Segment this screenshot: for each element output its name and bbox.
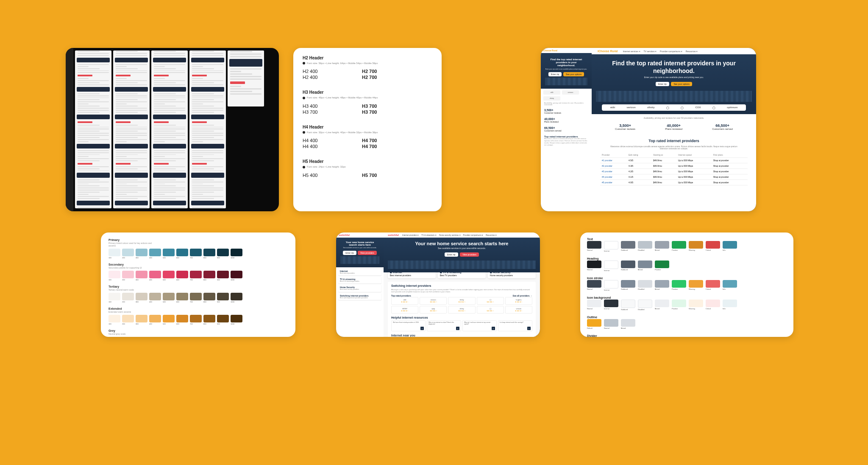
swatch[interactable]: 1000 (231, 315, 242, 325)
zip-input[interactable]: Enter zip (656, 82, 669, 86)
swatch[interactable]: 200 (122, 293, 134, 303)
category-card-mini[interactable]: InternetBest internet providers (338, 269, 381, 275)
swatch[interactable]: 700 (190, 271, 202, 281)
token-swatch[interactable]: Warning (689, 280, 703, 291)
token-swatch[interactable]: Inverse (604, 280, 618, 291)
provider-card[interactable]: ziply★★★★☆ (420, 306, 447, 314)
token-swatch[interactable]: Warning (689, 241, 703, 252)
swatch[interactable]: 600 (176, 315, 188, 325)
token-swatch[interactable]: Subdued (621, 300, 635, 311)
swatch[interactable]: 300 (136, 315, 147, 325)
swatch[interactable]: 300 (136, 293, 147, 303)
provider-card[interactable]: verizon★★★★☆ (420, 297, 447, 305)
resource-card[interactable]: Why is my internet so slow? Here's the d… (427, 320, 461, 331)
token-swatch[interactable]: Critical (706, 300, 720, 311)
swatch[interactable]: 200 (122, 271, 134, 281)
token-swatch[interactable]: Neutral (587, 261, 601, 272)
token-swatch[interactable]: Positive (672, 300, 686, 311)
token-swatch[interactable]: Muted (638, 261, 652, 272)
swatch[interactable]: 100 (108, 249, 120, 259)
token-swatch[interactable]: Muted (655, 280, 669, 291)
token-swatch[interactable]: Muted (621, 319, 635, 329)
swatch[interactable]: 600 (176, 249, 188, 259)
token-swatch[interactable]: Subdued (621, 241, 635, 252)
swatch[interactable]: 100 (108, 271, 120, 281)
swatch[interactable]: 300 (136, 271, 147, 281)
token-swatch[interactable]: Neutral (604, 319, 618, 329)
token-swatch[interactable]: Critical (706, 280, 720, 291)
resource-card[interactable]: Why do I not have internet at my current… (462, 320, 497, 331)
table-row[interactable]: #1 provider4.5/5$49.9/moUp to 500 MbpsSh… (600, 158, 748, 163)
swatch[interactable]: 700 (190, 249, 202, 259)
token-swatch[interactable]: Subdued (621, 280, 635, 291)
token-swatch[interactable]: Disabled (638, 280, 652, 291)
provider-card[interactable]: hughes★★★★☆ (505, 297, 532, 305)
swatch[interactable]: 400 (149, 315, 161, 325)
token-swatch[interactable]: Neutral (587, 300, 601, 311)
token-swatch[interactable]: Positive (672, 241, 686, 252)
swatch[interactable]: 400 (149, 271, 161, 281)
token-swatch[interactable]: Disabled (638, 241, 652, 252)
swatch[interactable]: 800 (203, 315, 215, 325)
token-swatch[interactable]: Info (723, 241, 737, 252)
swatch[interactable]: 800 (203, 271, 215, 281)
category-card-mini[interactable]: TV & streamingBest tv & streaming provid… (338, 277, 381, 283)
category-card-mini[interactable]: Switching internet providersBest switchi… (338, 293, 381, 300)
table-row[interactable]: #4 provider4.1/5$49.9/moUp to 500 MbpsSh… (600, 174, 748, 180)
category-card-mini[interactable]: Home SecurityBest home security provider… (338, 285, 381, 291)
provider-card[interactable]: xfinity★★★★☆ (448, 297, 475, 305)
token-swatch[interactable]: Inverse (604, 300, 618, 311)
cta-button-mini[interactable]: See your options (563, 72, 584, 76)
token-swatch[interactable]: Default (587, 319, 601, 329)
swatch[interactable]: 1000 (231, 293, 242, 303)
token-swatch[interactable]: Neutral (587, 241, 601, 252)
swatch[interactable]: 600 (176, 293, 188, 303)
resource-card[interactable]: We have finest minds providers in 2024 (391, 320, 426, 331)
token-swatch[interactable]: Disabled (638, 300, 652, 311)
swatch[interactable]: 900 (217, 293, 229, 303)
token-swatch[interactable]: Neutral (587, 280, 601, 291)
swatch[interactable]: 1000 (231, 249, 242, 259)
token-swatch[interactable]: Warning (689, 300, 703, 311)
swatch[interactable]: 900 (217, 271, 229, 281)
provider-card[interactable]: verizon★★★★☆ (505, 306, 532, 314)
token-swatch[interactable]: Muted (655, 241, 669, 252)
swatch[interactable]: 400 (149, 249, 161, 259)
swatch[interactable]: 1000 (231, 271, 242, 281)
zip-input-mini[interactable]: Enter zip (548, 72, 562, 76)
provider-card[interactable]: xfinity★★★★☆ (448, 306, 475, 314)
token-swatch[interactable]: Info (723, 280, 737, 291)
token-swatch[interactable]: Critical (706, 241, 720, 252)
cta-button[interactable]: See your options (671, 82, 692, 86)
swatch[interactable]: 400 (149, 293, 161, 303)
swatch[interactable]: 100 (108, 293, 120, 303)
token-swatch[interactable]: Subdued (621, 261, 635, 272)
provider-card[interactable]: ◯★★★★☆ (477, 297, 504, 305)
swatch[interactable]: 800 (203, 293, 215, 303)
provider-card[interactable]: WOW!★★★★☆ (391, 306, 418, 314)
provider-card[interactable]: at&t★★★★☆ (391, 297, 418, 305)
swatch[interactable]: 700 (190, 315, 202, 325)
table-row[interactable]: #3 provider4.2/5$49.9/moUp to 500 MbpsSh… (600, 169, 748, 174)
token-swatch[interactable]: Positive (672, 280, 686, 291)
token-swatch[interactable]: Positive (655, 261, 669, 272)
swatch[interactable]: 600 (176, 271, 188, 281)
table-row[interactable]: #2 provider4.3/5$49.9/moUp to 500 MbpsSh… (600, 163, 748, 169)
swatch[interactable]: 800 (203, 249, 215, 259)
cta-button[interactable]: View providers (460, 252, 479, 257)
swatch[interactable]: 100 (108, 315, 120, 325)
nav-items[interactable]: Internet services ▾TV services ▾Provider… (623, 50, 701, 53)
swatch[interactable]: 900 (217, 249, 229, 259)
token-swatch[interactable]: Inverse (604, 241, 618, 252)
token-swatch[interactable]: Inverse (604, 261, 618, 272)
swatch[interactable]: 700 (190, 293, 202, 303)
provider-card[interactable]: ◯★★★★☆ (477, 306, 504, 314)
swatch[interactable]: 500 (163, 271, 175, 281)
resource-card[interactable]: Is cheap internet worth the savings? (498, 320, 532, 331)
token-swatch[interactable]: Muted (655, 300, 669, 311)
swatch[interactable]: 200 (122, 315, 134, 325)
token-swatch[interactable]: Info (723, 300, 737, 311)
table-row[interactable]: #5 provider4.0/5$49.9/moUp to 500 MbpsSh… (600, 180, 748, 185)
swatch[interactable]: 500 (163, 315, 175, 325)
swatch[interactable]: 900 (217, 315, 229, 325)
